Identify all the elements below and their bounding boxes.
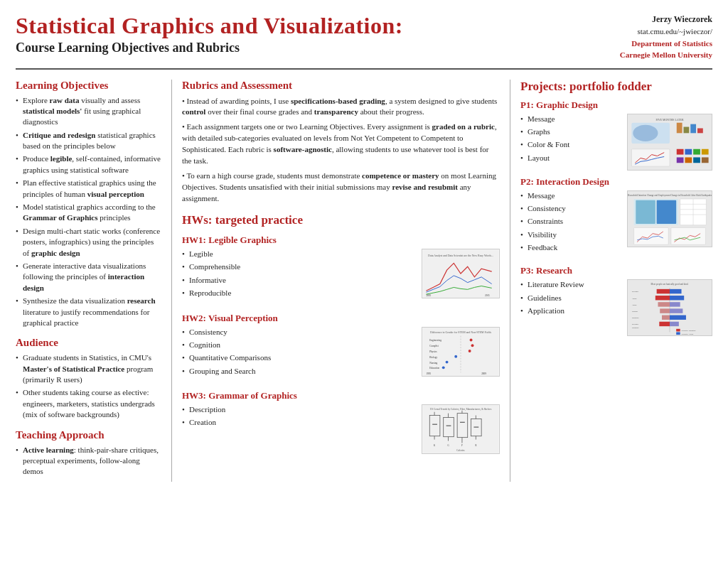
list-item: Critique and redesign statistical graphi… — [16, 130, 161, 152]
list-item: Layout — [520, 153, 623, 163]
department: Department of Statistics — [620, 38, 712, 50]
list-item: Legible — [182, 249, 417, 259]
list-item: Informative — [182, 275, 417, 286]
svg-rect-59 — [693, 157, 700, 163]
svg-rect-79 — [670, 296, 684, 300]
main-content: Learning Objectives Explore raw data vis… — [16, 80, 712, 482]
svg-text:Agree: Agree — [632, 298, 637, 300]
hw-section-title: HWs: targeted practice — [182, 213, 500, 227]
svg-rect-85 — [670, 315, 686, 320]
svg-rect-57 — [677, 157, 684, 163]
svg-text:Difference in Gender for STEM : Difference in Gender for STEM and Non-ST… — [430, 330, 491, 333]
svg-rect-76 — [657, 289, 670, 293]
svg-rect-72 — [671, 227, 706, 244]
svg-rect-52 — [631, 149, 670, 166]
svg-rect-86 — [659, 322, 670, 326]
hw2-list: Consistency Cognition Quantitative Compa… — [182, 327, 417, 379]
list-item: Literature Review — [520, 279, 623, 290]
svg-text:FIVE MONTHS LATER: FIVE MONTHS LATER — [655, 118, 684, 121]
hw3-chart: US Cereal Trends by Calories, Fiber, Man… — [422, 404, 500, 454]
svg-rect-47 — [684, 126, 690, 133]
list-item: Constraints — [520, 216, 623, 227]
list-item: Graphs — [520, 126, 623, 137]
list-item: Color & Font — [520, 139, 623, 150]
list-item: Visibility — [520, 230, 623, 240]
list-item: Quantitative Comparisons — [182, 352, 417, 363]
list-item: Consistency — [182, 327, 417, 338]
hw1-section: HW1: Legible Graphics Legible Comprehens… — [182, 234, 500, 306]
rubrics-para-2: • Each assignment targets one or two Lea… — [182, 122, 500, 167]
svg-rect-55 — [693, 149, 700, 154]
svg-text:1995: 1995 — [426, 372, 431, 375]
svg-text:2009: 2009 — [481, 372, 486, 375]
svg-text:CompSci: CompSci — [429, 345, 439, 347]
hw1-row: Legible Comprehensible Informative Repro… — [182, 249, 500, 306]
svg-text:Strongly Agree: Strongly Agree — [682, 334, 695, 336]
svg-rect-53 — [677, 149, 684, 154]
teaching-list: Active learning: think-pair-share critiq… — [16, 445, 161, 477]
svg-text:2015: 2015 — [485, 294, 490, 297]
list-item: Reproducible — [182, 288, 417, 298]
hw3-list: Description Creation — [182, 404, 417, 431]
p2-row: Message Consistency Constraints Visibili… — [520, 190, 712, 260]
svg-point-10 — [471, 344, 474, 347]
p1-row: Message Graphs Color & Font Layout FIVE … — [520, 114, 712, 171]
svg-text:R: R — [475, 444, 476, 447]
p3-image: Most people are basically good and kind. — [627, 279, 712, 336]
svg-rect-87 — [670, 322, 679, 326]
svg-point-16 — [446, 360, 449, 363]
hw3-section: HW3: Grammar of Graphics Description Cre… — [182, 390, 500, 454]
list-item: Feedback — [520, 242, 623, 253]
audience-title: Audience — [16, 337, 161, 349]
svg-point-8 — [470, 338, 473, 341]
learning-objectives-list: Explore raw data visually and assess sta… — [16, 95, 161, 329]
svg-text:Engineering: Engineering — [429, 339, 441, 342]
svg-text:Strongly Disagree: Strongly Disagree — [682, 330, 697, 333]
svg-text:Strongly: Strongly — [632, 291, 639, 293]
teaching-title: Teaching Approach — [16, 429, 161, 441]
list-item: Other students taking course as elective… — [16, 387, 161, 420]
list-item: Consistency — [520, 203, 623, 214]
university: Carnegie Mellon University — [620, 49, 712, 61]
p3-list: Literature Review Guidelines Application — [520, 279, 623, 318]
hw2-title: HW2: Visual Perception — [182, 313, 500, 324]
svg-text:Education: Education — [429, 367, 439, 369]
sub-title: Course Learning Objectives and Rubrics — [16, 41, 403, 55]
author-url: stat.cmu.edu/~jwieczor/ — [620, 26, 712, 38]
list-item: Graduate students in Statistics, in CMU'… — [16, 352, 161, 385]
svg-text:Disagree: Disagree — [632, 318, 640, 320]
svg-rect-78 — [655, 296, 670, 300]
svg-rect-84 — [662, 315, 670, 320]
svg-point-51 — [633, 124, 658, 141]
list-item: Explore raw data visually and assess sta… — [16, 95, 161, 128]
right-column: Projects: portfolio fodder P1: Graphic D… — [520, 80, 712, 482]
svg-rect-64 — [636, 200, 655, 223]
list-item: Active learning: think-pair-share critiq… — [16, 445, 161, 477]
svg-rect-97 — [676, 333, 680, 335]
p3-title: P3: Research — [520, 265, 712, 276]
p3-section: P3: Research Literature Review Guideline… — [520, 265, 712, 336]
svg-text:Calories: Calories — [456, 449, 465, 452]
svg-text:Agree: Agree — [632, 304, 637, 306]
svg-text:Physics: Physics — [429, 350, 437, 352]
hw1-title: HW1: Legible Graphics — [182, 234, 500, 246]
rubrics-title: Rubrics and Assessment — [182, 80, 500, 92]
svg-rect-58 — [685, 157, 692, 163]
svg-text:Household Intention Change and: Household Intention Change and Employmen… — [628, 194, 712, 197]
list-item: Guidelines — [520, 293, 623, 303]
svg-rect-95 — [676, 329, 680, 332]
p3-row: Literature Review Guidelines Application… — [520, 279, 712, 336]
svg-rect-46 — [677, 122, 682, 133]
projects-title: Projects: portfolio fodder — [520, 80, 712, 94]
svg-rect-48 — [690, 124, 696, 133]
audience-list: Graduate students in Statistics, in CMU'… — [16, 352, 161, 420]
p2-section: P2: Interaction Design Message Consisten… — [520, 176, 712, 260]
p2-title: P2: Interaction Design — [520, 176, 712, 188]
rubrics-para-3: • To earn a high course grade, students … — [182, 171, 500, 205]
list-item: Synthesize the data visualization resear… — [16, 296, 161, 328]
svg-text:Most people are basically good: Most people are basically good and kind. — [651, 284, 689, 286]
hw1-chart: Data Analyst and Data Scientist are the … — [422, 249, 500, 298]
hw2-row: Consistency Cognition Quantitative Compa… — [182, 327, 500, 384]
svg-text:Data Analyst and Data Scientis: Data Analyst and Data Scientist are the … — [428, 254, 493, 257]
rubrics-para-1: • Instead of awarding points, I use spec… — [182, 96, 500, 119]
